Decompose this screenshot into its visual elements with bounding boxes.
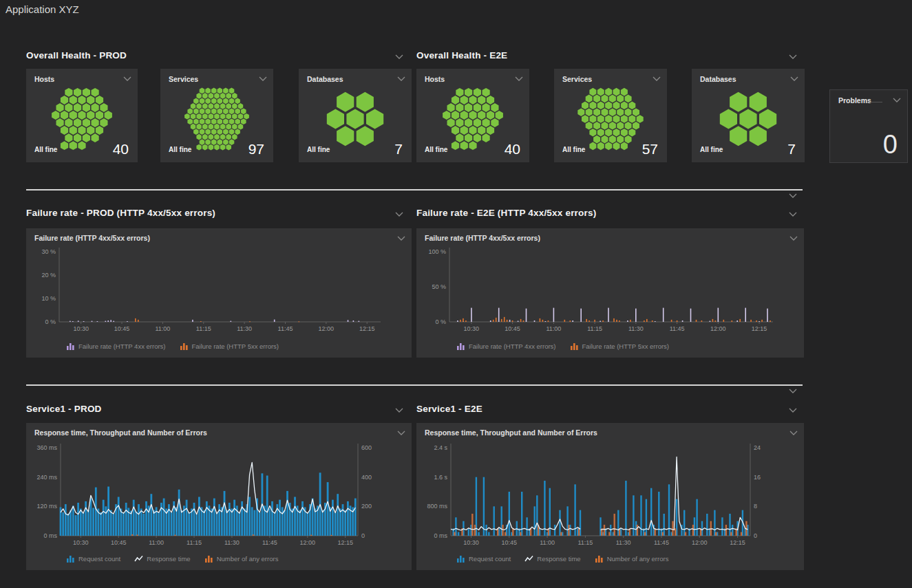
hexagon xyxy=(220,103,226,109)
hexagon xyxy=(759,109,776,129)
hexagon xyxy=(191,124,196,130)
svg-text:11:45: 11:45 xyxy=(654,539,669,546)
hexagon xyxy=(83,133,90,142)
hexagon xyxy=(465,133,472,142)
hexagon xyxy=(223,118,229,124)
hexagon xyxy=(211,98,217,105)
chart-plot[interactable]: 0 %10 %20 %30 %10:3010:4511:0011:1511:30… xyxy=(26,228,412,358)
svg-text:11:15: 11:15 xyxy=(196,325,211,332)
chevron-down-icon[interactable] xyxy=(259,76,267,81)
hexagon xyxy=(218,129,223,135)
chevron-down-icon[interactable] xyxy=(395,408,403,413)
hexagon xyxy=(196,103,202,109)
chevron-down-icon[interactable] xyxy=(653,76,661,81)
hexagon xyxy=(193,118,199,124)
health-tile-databases-prod[interactable]: DatabasesAll fine7 xyxy=(299,69,412,162)
chevron-down-icon[interactable] xyxy=(395,54,403,59)
health-tile-databases-e2e[interactable]: DatabasesAll fine7 xyxy=(692,69,805,162)
chart-plot[interactable]: 0 ms800 ms1.6 s2.4 s08162410:3010:4511:0… xyxy=(416,423,804,570)
status-text: All fine xyxy=(34,146,57,153)
entity-count: 7 xyxy=(787,141,796,157)
hexagon xyxy=(602,95,608,103)
hexagon xyxy=(220,124,226,130)
hexagon xyxy=(100,103,107,112)
health-tile-services-e2e[interactable]: ServicesAll fine57 xyxy=(554,69,667,162)
svg-text:30 %: 30 % xyxy=(41,248,56,255)
svg-text:11:15: 11:15 xyxy=(577,539,593,546)
hexagon xyxy=(478,96,485,105)
hexagon xyxy=(87,96,94,105)
svg-text:11:30: 11:30 xyxy=(224,539,240,546)
chart-legend: Request countResponse timeNumber of any … xyxy=(456,555,668,563)
hexagon xyxy=(750,92,767,112)
chevron-down-icon[interactable] xyxy=(893,98,901,102)
hexagon xyxy=(625,95,632,103)
chevron-down-icon[interactable] xyxy=(789,389,797,393)
hexagon xyxy=(452,141,459,150)
hexagon xyxy=(229,98,235,105)
bar-series-icon xyxy=(595,555,604,563)
failure-rate-e2e-tile[interactable]: Failure rate (HTTP 4xx/5xx errors) 0 %50… xyxy=(416,228,804,358)
hexagon xyxy=(487,96,494,105)
svg-text:360 ms: 360 ms xyxy=(36,444,57,451)
bar-series-icon xyxy=(180,342,189,350)
hexagon xyxy=(582,102,588,110)
hexagon xyxy=(232,113,237,120)
chevron-down-icon[interactable] xyxy=(395,212,403,217)
hexagon xyxy=(205,139,211,145)
hexagon xyxy=(78,141,85,150)
service1-e2e-tile[interactable]: Response time, Throughput and Number of … xyxy=(416,423,804,570)
hexagon xyxy=(200,118,205,124)
hexagon xyxy=(184,113,190,120)
svg-text:20 %: 20 % xyxy=(41,272,56,279)
hexagon xyxy=(214,134,220,140)
chevron-down-icon[interactable] xyxy=(397,76,405,81)
tile-title: Services xyxy=(562,75,592,83)
chevron-down-icon[interactable] xyxy=(789,54,797,59)
hexagon xyxy=(65,103,72,112)
chevron-down-icon[interactable] xyxy=(789,408,797,413)
hexagon xyxy=(337,92,354,112)
failure-rate-prod-tile[interactable]: Failure rate (HTTP 4xx/5xx errors) 0 %10… xyxy=(26,228,412,358)
problems-tile[interactable]: Problems 0 xyxy=(829,89,908,163)
health-tile-services-prod[interactable]: ServicesAll fine97 xyxy=(160,69,273,162)
hexagon xyxy=(209,144,214,151)
svg-text:11:45: 11:45 xyxy=(262,539,277,546)
hexagon xyxy=(70,96,77,105)
chevron-down-icon[interactable] xyxy=(789,193,797,198)
hexagon xyxy=(196,144,202,151)
chart-plot[interactable]: 0 %50 %100 %10:3010:4511:0011:1511:3011:… xyxy=(416,228,804,358)
hexagon xyxy=(621,115,628,123)
hexagon xyxy=(244,113,249,120)
hexagon xyxy=(465,88,472,97)
hexagon xyxy=(609,135,616,144)
hexagon xyxy=(613,129,620,137)
chevron-down-icon[interactable] xyxy=(123,76,131,81)
hexagon xyxy=(70,141,77,150)
health-tile-hosts-e2e[interactable]: HostsAll fine40 xyxy=(416,69,529,162)
chevron-down-icon[interactable] xyxy=(789,212,797,217)
chevron-down-icon[interactable] xyxy=(515,76,523,81)
svg-text:12:15: 12:15 xyxy=(337,539,353,546)
service1-prod-tile[interactable]: Response time, Throughput and Number of … xyxy=(26,423,412,570)
chart-plot[interactable]: 0 ms120 ms240 ms360 ms020040060010:3010:… xyxy=(26,423,412,570)
hexagon xyxy=(205,118,211,124)
entity-count: 40 xyxy=(113,141,129,157)
hexagon xyxy=(633,122,639,130)
legend-item: Request count xyxy=(66,555,120,563)
hexagon xyxy=(61,111,68,120)
hexagon xyxy=(209,124,214,130)
hexagon xyxy=(496,111,503,120)
chart-legend: Request countResponse timeNumber of any … xyxy=(66,555,278,563)
bar-series-icon xyxy=(456,342,465,350)
hexagon xyxy=(491,118,498,127)
hexagon xyxy=(750,126,767,146)
hexagon xyxy=(597,142,604,151)
section-title-service-e2e: Service1 - E2E xyxy=(416,404,482,414)
hexagon xyxy=(196,113,202,120)
chevron-down-icon[interactable] xyxy=(790,76,798,81)
hexagon xyxy=(218,98,223,105)
health-tile-hosts-prod[interactable]: HostsAll fine40 xyxy=(26,69,138,162)
tile-title: Databases xyxy=(700,75,736,83)
legend-label: Request count xyxy=(78,555,120,563)
